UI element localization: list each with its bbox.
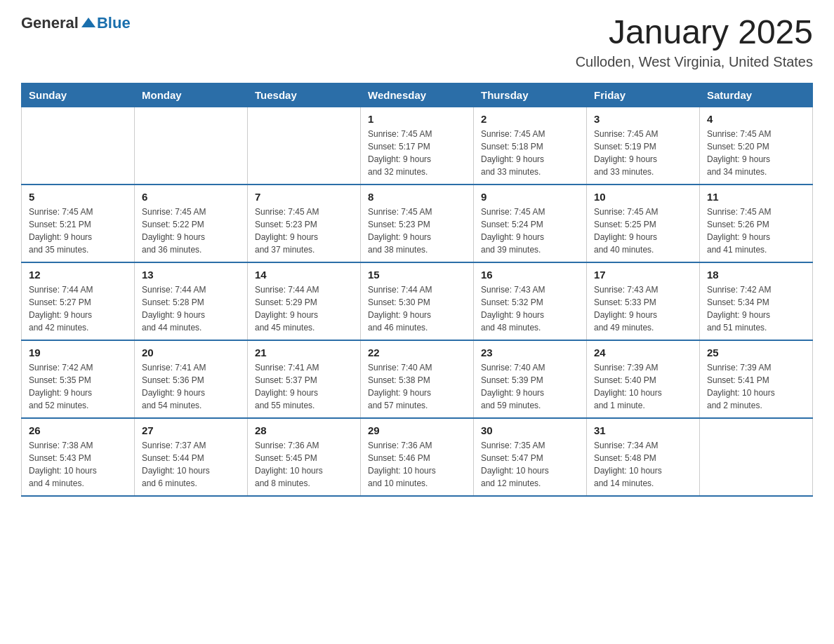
- day-cell: 12Sunrise: 7:44 AM Sunset: 5:27 PM Dayli…: [22, 262, 135, 340]
- day-info: Sunrise: 7:43 AM Sunset: 5:33 PM Dayligh…: [594, 285, 658, 333]
- day-number: 25: [707, 347, 805, 358]
- day-number: 26: [29, 424, 127, 436]
- day-cell: [248, 107, 361, 185]
- day-info: Sunrise: 7:42 AM Sunset: 5:35 PM Dayligh…: [29, 363, 93, 410]
- day-number: 17: [594, 269, 692, 281]
- day-number: 31: [594, 424, 692, 436]
- day-cell: 3Sunrise: 7:45 AM Sunset: 5:19 PM Daylig…: [587, 107, 700, 185]
- day-info: Sunrise: 7:45 AM Sunset: 5:18 PM Dayligh…: [481, 129, 545, 177]
- day-info: Sunrise: 7:45 AM Sunset: 5:23 PM Dayligh…: [255, 207, 319, 255]
- day-cell: 19Sunrise: 7:42 AM Sunset: 5:35 PM Dayli…: [22, 340, 135, 418]
- day-cell: 17Sunrise: 7:43 AM Sunset: 5:33 PM Dayli…: [587, 262, 700, 340]
- day-cell: 31Sunrise: 7:34 AM Sunset: 5:48 PM Dayli…: [587, 418, 700, 496]
- day-cell: 24Sunrise: 7:39 AM Sunset: 5:40 PM Dayli…: [587, 340, 700, 418]
- day-number: 11: [707, 191, 805, 203]
- day-cell: [700, 418, 813, 496]
- day-info: Sunrise: 7:40 AM Sunset: 5:38 PM Dayligh…: [368, 363, 432, 410]
- page-header: General Blue January 2025 Culloden, West…: [21, 14, 813, 70]
- column-header-thursday: Thursday: [474, 83, 587, 107]
- day-number: 21: [255, 347, 353, 358]
- week-row-2: 5Sunrise: 7:45 AM Sunset: 5:21 PM Daylig…: [22, 185, 813, 262]
- day-number: 6: [142, 191, 240, 203]
- day-info: Sunrise: 7:45 AM Sunset: 5:21 PM Dayligh…: [29, 207, 93, 255]
- logo-blue-text: Blue: [97, 14, 131, 32]
- column-header-wednesday: Wednesday: [361, 83, 474, 107]
- day-info: Sunrise: 7:44 AM Sunset: 5:28 PM Dayligh…: [142, 285, 206, 333]
- day-info: Sunrise: 7:41 AM Sunset: 5:36 PM Dayligh…: [142, 363, 206, 410]
- day-cell: 28Sunrise: 7:36 AM Sunset: 5:45 PM Dayli…: [248, 418, 361, 496]
- title-block: January 2025 Culloden, West Virginia, Un…: [576, 14, 813, 70]
- column-header-monday: Monday: [135, 83, 248, 107]
- day-info: Sunrise: 7:39 AM Sunset: 5:41 PM Dayligh…: [707, 363, 775, 410]
- day-number: 8: [368, 191, 466, 203]
- day-cell: 4Sunrise: 7:45 AM Sunset: 5:20 PM Daylig…: [700, 107, 813, 185]
- day-number: 20: [142, 347, 240, 358]
- day-info: Sunrise: 7:36 AM Sunset: 5:45 PM Dayligh…: [255, 441, 323, 488]
- day-info: Sunrise: 7:45 AM Sunset: 5:20 PM Dayligh…: [707, 129, 771, 177]
- day-cell: 6Sunrise: 7:45 AM Sunset: 5:22 PM Daylig…: [135, 185, 248, 262]
- day-number: 18: [707, 269, 805, 281]
- day-number: 16: [481, 269, 579, 281]
- day-number: 15: [368, 269, 466, 281]
- day-info: Sunrise: 7:45 AM Sunset: 5:23 PM Dayligh…: [368, 207, 432, 255]
- day-info: Sunrise: 7:44 AM Sunset: 5:27 PM Dayligh…: [29, 285, 93, 333]
- day-cell: 9Sunrise: 7:45 AM Sunset: 5:24 PM Daylig…: [474, 185, 587, 262]
- day-cell: 10Sunrise: 7:45 AM Sunset: 5:25 PM Dayli…: [587, 185, 700, 262]
- day-cell: 22Sunrise: 7:40 AM Sunset: 5:38 PM Dayli…: [361, 340, 474, 418]
- day-cell: 16Sunrise: 7:43 AM Sunset: 5:32 PM Dayli…: [474, 262, 587, 340]
- day-info: Sunrise: 7:36 AM Sunset: 5:46 PM Dayligh…: [368, 441, 436, 488]
- day-cell: 7Sunrise: 7:45 AM Sunset: 5:23 PM Daylig…: [248, 185, 361, 262]
- week-row-3: 12Sunrise: 7:44 AM Sunset: 5:27 PM Dayli…: [22, 262, 813, 340]
- day-cell: 11Sunrise: 7:45 AM Sunset: 5:26 PM Dayli…: [700, 185, 813, 262]
- day-info: Sunrise: 7:45 AM Sunset: 5:24 PM Dayligh…: [481, 207, 545, 255]
- day-info: Sunrise: 7:44 AM Sunset: 5:29 PM Dayligh…: [255, 285, 319, 333]
- day-cell: 2Sunrise: 7:45 AM Sunset: 5:18 PM Daylig…: [474, 107, 587, 185]
- day-info: Sunrise: 7:37 AM Sunset: 5:44 PM Dayligh…: [142, 441, 210, 488]
- calendar-header-row: SundayMondayTuesdayWednesdayThursdayFrid…: [22, 83, 813, 107]
- column-header-tuesday: Tuesday: [248, 83, 361, 107]
- column-header-saturday: Saturday: [700, 83, 813, 107]
- calendar-table: SundayMondayTuesdayWednesdayThursdayFrid…: [21, 83, 813, 497]
- day-number: 28: [255, 424, 353, 436]
- day-number: 13: [142, 269, 240, 281]
- day-cell: [135, 107, 248, 185]
- day-cell: 8Sunrise: 7:45 AM Sunset: 5:23 PM Daylig…: [361, 185, 474, 262]
- column-header-friday: Friday: [587, 83, 700, 107]
- day-cell: 29Sunrise: 7:36 AM Sunset: 5:46 PM Dayli…: [361, 418, 474, 496]
- day-info: Sunrise: 7:45 AM Sunset: 5:22 PM Dayligh…: [142, 207, 206, 255]
- day-number: 2: [481, 113, 579, 125]
- day-number: 1: [368, 113, 466, 125]
- day-info: Sunrise: 7:35 AM Sunset: 5:47 PM Dayligh…: [481, 441, 549, 488]
- day-number: 23: [481, 347, 579, 358]
- day-number: 7: [255, 191, 353, 203]
- day-number: 24: [594, 347, 692, 358]
- day-number: 12: [29, 269, 127, 281]
- day-number: 10: [594, 191, 692, 203]
- logo-icon: [80, 15, 97, 32]
- day-number: 19: [29, 347, 127, 358]
- day-cell: 27Sunrise: 7:37 AM Sunset: 5:44 PM Dayli…: [135, 418, 248, 496]
- day-info: Sunrise: 7:39 AM Sunset: 5:40 PM Dayligh…: [594, 363, 662, 410]
- day-cell: 26Sunrise: 7:38 AM Sunset: 5:43 PM Dayli…: [22, 418, 135, 496]
- day-info: Sunrise: 7:38 AM Sunset: 5:43 PM Dayligh…: [29, 441, 97, 488]
- day-info: Sunrise: 7:44 AM Sunset: 5:30 PM Dayligh…: [368, 285, 432, 333]
- day-cell: 1Sunrise: 7:45 AM Sunset: 5:17 PM Daylig…: [361, 107, 474, 185]
- day-cell: 25Sunrise: 7:39 AM Sunset: 5:41 PM Dayli…: [700, 340, 813, 418]
- day-number: 3: [594, 113, 692, 125]
- day-cell: 23Sunrise: 7:40 AM Sunset: 5:39 PM Dayli…: [474, 340, 587, 418]
- day-cell: 14Sunrise: 7:44 AM Sunset: 5:29 PM Dayli…: [248, 262, 361, 340]
- logo-general-text: General: [21, 14, 79, 32]
- week-row-1: 1Sunrise: 7:45 AM Sunset: 5:17 PM Daylig…: [22, 107, 813, 185]
- day-cell: 13Sunrise: 7:44 AM Sunset: 5:28 PM Dayli…: [135, 262, 248, 340]
- calendar-subtitle: Culloden, West Virginia, United States: [576, 54, 813, 70]
- day-cell: 18Sunrise: 7:42 AM Sunset: 5:34 PM Dayli…: [700, 262, 813, 340]
- day-cell: 5Sunrise: 7:45 AM Sunset: 5:21 PM Daylig…: [22, 185, 135, 262]
- day-number: 30: [481, 424, 579, 436]
- column-header-sunday: Sunday: [22, 83, 135, 107]
- day-info: Sunrise: 7:45 AM Sunset: 5:25 PM Dayligh…: [594, 207, 658, 255]
- day-number: 9: [481, 191, 579, 203]
- day-info: Sunrise: 7:45 AM Sunset: 5:19 PM Dayligh…: [594, 129, 658, 177]
- day-cell: 30Sunrise: 7:35 AM Sunset: 5:47 PM Dayli…: [474, 418, 587, 496]
- day-info: Sunrise: 7:42 AM Sunset: 5:34 PM Dayligh…: [707, 285, 771, 333]
- day-number: 14: [255, 269, 353, 281]
